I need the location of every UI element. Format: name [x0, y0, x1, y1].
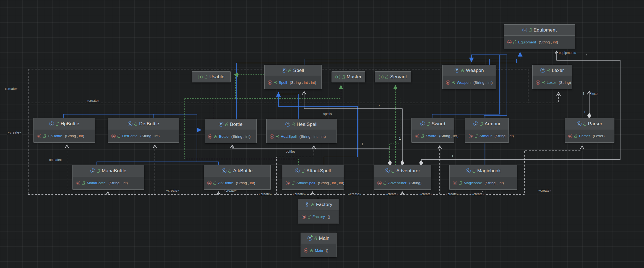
interface-node-usable[interactable]: I Usable [192, 71, 231, 82]
class-node-healspell[interactable]: C HealSpell m HealSpell (String , int , … [266, 119, 337, 143]
interface-icon: I [379, 75, 384, 79]
class-node-bottle[interactable]: C Bottle m Bottle (String , int) [205, 119, 257, 143]
class-title: Factory [316, 202, 332, 207]
class-node-armour[interactable]: C Armour m Armour (String , int) [465, 118, 509, 143]
class-members: m Magicbook (String , int) [450, 176, 517, 189]
class-members: m Lexer (String) [533, 76, 572, 89]
class-node-equipment[interactable]: C Equipment m Equipment (String , int) [504, 24, 575, 49]
class-node-sword[interactable]: C Sword m Sword (String , int) [411, 118, 454, 143]
class-title: DefBottle [139, 121, 159, 127]
interface-icon: I [198, 75, 203, 79]
class-members: m Factory () [298, 210, 339, 223]
class-header: C HealSpell [267, 119, 336, 130]
class-node-defbottle[interactable]: C DefBottle m DefBottle (String , int) [108, 118, 179, 143]
interface-title: Usable [209, 74, 225, 80]
class-header: C Magicbook [450, 165, 517, 176]
method-name: ManaBottle [87, 181, 106, 185]
edge-label-multiplicity-one: 1 [361, 142, 364, 146]
class-icon: C [466, 168, 471, 173]
method-name: Lexer [547, 80, 556, 85]
method-signature: (String) [409, 181, 421, 185]
class-icon: C [385, 168, 390, 173]
class-title: HealSpell [297, 122, 317, 127]
class-node-attackspell[interactable]: C AttackSpell m AttackSpell (String , in… [282, 165, 344, 190]
class-node-weapon[interactable]: C Weapon m Weapon (String , int) [442, 65, 496, 89]
unlock-icon [513, 40, 516, 44]
unlock-icon [225, 123, 228, 126]
class-node-main[interactable]: C Main m Main () [301, 233, 337, 257]
method-signature: (String , int , int) [299, 134, 326, 139]
class-node-atkbottle[interactable]: C AtkBottle m AtkBottle (String , int) [204, 165, 271, 190]
method-icon: m [111, 134, 116, 138]
interface-node-servant[interactable]: I Servant [375, 71, 411, 82]
edge-label-create: «create» [347, 192, 362, 196]
class-title: Bottle [230, 122, 243, 127]
method-name: DefBottle [122, 134, 138, 138]
unlock-icon [134, 122, 137, 126]
method-icon: m [286, 181, 290, 185]
class-icon: C [90, 168, 95, 173]
method-name: AttackSpell [296, 181, 315, 185]
class-node-spell[interactable]: C Spell m Spell (String , int , int) [264, 65, 322, 89]
class-node-adventurer[interactable]: C Adventurer m Adventurer (String) [374, 165, 431, 190]
edge-label-create: «create» [48, 158, 63, 162]
method-icon: m [304, 248, 308, 253]
class-node-manabottle[interactable]: C ManaBottle m ManaBottle (String , int) [72, 165, 144, 190]
interface-header: I Servant [375, 72, 411, 82]
class-node-lexer[interactable]: C Lexer m Lexer (String) [532, 65, 572, 89]
method-signature: (String , int) [231, 134, 251, 139]
class-node-magicbook[interactable]: C Magicbook m Magicbook (String , int) [449, 165, 517, 190]
unlock-icon [213, 181, 216, 185]
class-icon: C [128, 121, 132, 126]
unlock-icon [574, 134, 577, 138]
class-header: C Armour [465, 118, 509, 129]
method-icon: m [207, 181, 212, 185]
unlock-icon [214, 135, 217, 138]
class-icon: C [285, 122, 290, 127]
class-icon: C [577, 121, 582, 126]
unlock-icon [314, 236, 317, 240]
method-icon: m [536, 80, 540, 85]
class-node-hpbottle[interactable]: C HpBottle m HpBottle (String , int) [33, 118, 95, 143]
class-header: C Spell [265, 65, 321, 76]
class-header: C Equipment [504, 25, 575, 36]
class-icon: C [420, 121, 425, 126]
method-icon: m [453, 181, 457, 185]
class-members: m Main () [301, 244, 336, 257]
class-icon: C [473, 121, 478, 126]
class-title: Spell [293, 68, 304, 73]
class-members: m HealSpell (String , int , int) [267, 130, 336, 143]
method-icon: m [568, 134, 572, 138]
method-signature: (String , int) [484, 181, 504, 185]
interface-icon: I [335, 75, 340, 79]
unlock-icon [384, 181, 386, 185]
class-node-factory[interactable]: C Factory m Factory () [298, 199, 339, 223]
class-icon: C [540, 68, 545, 73]
unlock-icon [542, 81, 545, 84]
method-name: HealSpell [281, 134, 297, 139]
class-members: m AttackSpell (String , int , int) [282, 176, 344, 189]
edge-label-create: «create» [4, 87, 19, 91]
class-node-parser[interactable]: C Parser m Parser (Lexer) [565, 118, 614, 143]
method-signature: (String , int) [108, 181, 128, 185]
edge-label-multiplicity-one: 1 [399, 137, 401, 141]
edge-label-field-bottles: bottles [285, 150, 296, 154]
method-name: HpBottle [48, 134, 62, 138]
unlock-icon [421, 134, 424, 138]
class-members: m Armour (String , int) [465, 129, 509, 142]
interface-node-master[interactable]: I Master [332, 71, 365, 82]
edge-label-create: «create» [538, 189, 552, 193]
class-header: C AttackSpell [282, 165, 344, 176]
class-members: m AtkBottle (String , int) [204, 176, 270, 189]
uml-diagram-canvas[interactable]: C Equipment m Equipment (String , int) I… [0, 0, 644, 268]
unlock-icon [385, 75, 388, 79]
edge-label-create: «create» [419, 192, 433, 196]
unlock-icon [56, 122, 59, 126]
method-icon: m [415, 134, 419, 138]
edge-label-field-lexer: lexer [591, 92, 599, 96]
unlock-icon [529, 28, 532, 32]
class-header: C Bottle [205, 119, 256, 130]
class-header: C DefBottle [108, 118, 179, 129]
class-header: C Main [301, 233, 336, 244]
class-icon: C [219, 122, 223, 127]
